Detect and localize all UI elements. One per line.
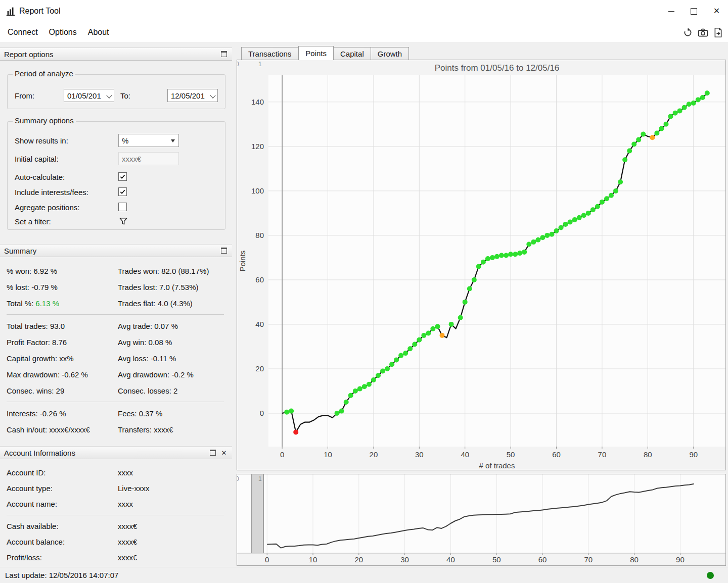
summary-stat: Capital growth: xx%	[7, 350, 74, 366]
svg-text:1: 1	[258, 61, 262, 68]
summary-separator	[7, 314, 224, 315]
svg-text:50: 50	[492, 555, 501, 564]
include-fees-row: Include interests/fees:	[8, 185, 225, 199]
set-filter-row: Set a filter:	[8, 215, 225, 228]
svg-text:10: 10	[324, 450, 332, 459]
account-label: Account balance:	[7, 534, 65, 550]
account-label: Account ID:	[7, 465, 46, 480]
summary-stat: Consec. losses: 2	[118, 382, 177, 399]
account-row: Cash available:xxxx€	[0, 518, 232, 534]
menu-item-connect[interactable]: Connect	[2, 26, 43, 39]
float-panel-button[interactable]	[220, 51, 228, 58]
svg-text:20: 20	[370, 450, 378, 459]
include-fees-checkbox[interactable]	[118, 187, 127, 196]
svg-text:0: 0	[237, 61, 239, 68]
from-label: From:	[15, 91, 34, 100]
nav-region-handle[interactable]	[251, 474, 263, 553]
minimize-button[interactable]	[660, 3, 682, 19]
close-icon: ✕	[713, 7, 720, 15]
summary-title: Summary	[4, 247, 217, 255]
summary-stat: Total trades: 93.0	[7, 318, 65, 334]
account-label: Cash available:	[7, 518, 59, 534]
tab-growth[interactable]: Growth	[371, 47, 409, 60]
summary-stat: Transfers: xxxx€	[118, 421, 173, 438]
svg-text:40: 40	[255, 320, 264, 328]
menu-toolbar	[681, 23, 724, 42]
svg-text:Points from 01/05/16 to 12/05/: Points from 01/05/16 to 12/05/16	[435, 63, 560, 73]
last-update-text: Last update: 12/05/2016 14:07:07	[5, 567, 118, 583]
points-chart[interactable]: 0204060801001201400102030405060708090Poi…	[237, 60, 725, 470]
tab-capital[interactable]: Capital	[334, 47, 371, 60]
tab-points[interactable]: Points	[298, 46, 334, 60]
svg-text:90: 90	[676, 555, 685, 564]
svg-text:# of trades: # of trades	[479, 461, 515, 470]
aggregate-positions-row: Agregate positions:	[8, 201, 225, 214]
menu-item-about[interactable]: About	[82, 26, 115, 39]
period-legend: Period of analyze	[13, 69, 75, 78]
summary-stat: Trades lost: 7.0 (7.53%)	[118, 279, 199, 295]
auto-calculate-label: Auto-calculate:	[15, 173, 65, 181]
to-date-select[interactable]: 12/05/201	[167, 89, 218, 102]
svg-text:80: 80	[644, 450, 652, 459]
chevron-down-icon	[210, 92, 215, 98]
summary-options-legend: Summary options	[13, 116, 76, 125]
svg-text:0: 0	[237, 475, 239, 482]
overview-chart[interactable]: 010203040506070809001	[237, 474, 725, 565]
status-bar: Last update: 12/05/2016 14:07:07	[0, 567, 728, 583]
float-icon	[221, 51, 227, 57]
include-fees-label: Include interests/fees:	[15, 188, 88, 197]
account-value: xxxx	[118, 465, 133, 480]
summary-row: Capital growth: xx%Avg loss: -0.11 %	[0, 350, 232, 366]
account-value: Live-xxxx	[118, 480, 150, 496]
maximize-button[interactable]	[682, 3, 705, 19]
summary-stat: Trades flat: 4.0 (4.3%)	[118, 295, 193, 311]
account-value: xxxx€	[118, 518, 137, 534]
summary-row: Profit Factor: 8.76Avg win: 0.08 %	[0, 334, 232, 350]
summary-accent-value: 6.13 %	[35, 299, 59, 308]
svg-text:60: 60	[552, 450, 561, 459]
account-body: Account ID:xxxxAccount type:Live-xxxxAcc…	[0, 461, 232, 565]
svg-text:1: 1	[258, 475, 262, 482]
checkmark-icon	[119, 188, 126, 195]
tab-transactions[interactable]: Transactions	[241, 47, 298, 60]
summary-stat: Max drawdown: -0.62 %	[7, 366, 88, 382]
svg-text:20: 20	[354, 555, 363, 564]
account-row: Profit/loss:xxxx€	[0, 550, 232, 565]
summary-stat: Consec. wins: 29	[7, 382, 64, 399]
svg-text:80: 80	[255, 231, 264, 239]
float-panel-button[interactable]	[209, 449, 217, 456]
checkmark-icon	[119, 173, 126, 180]
close-panel-button[interactable]: ✕	[220, 449, 228, 456]
filter-button[interactable]	[118, 216, 128, 226]
refresh-button[interactable]	[681, 26, 694, 38]
float-panel-button[interactable]	[220, 247, 228, 254]
svg-text:50: 50	[507, 450, 515, 459]
auto-calculate-checkbox[interactable]	[118, 172, 127, 181]
show-results-select[interactable]: %	[118, 134, 179, 147]
export-button[interactable]	[712, 26, 724, 38]
initial-capital-input[interactable]	[118, 152, 179, 165]
summary-stat: Total %: 6.13 %	[7, 295, 59, 311]
report-tool-window: { "window": { "title": "Report Tool" }, …	[0, 0, 728, 583]
summary-stat: Trades won: 82.0 (88.17%)	[118, 263, 209, 279]
summary-row: % won: 6.92 %Trades won: 82.0 (88.17%)	[0, 263, 232, 279]
svg-text:Points: Points	[238, 251, 247, 272]
svg-text:70: 70	[584, 555, 593, 564]
aggregate-positions-checkbox[interactable]	[118, 203, 127, 211]
camera-button[interactable]	[697, 26, 709, 38]
maximize-icon	[691, 8, 697, 15]
svg-text:120: 120	[251, 142, 264, 151]
initial-capital-label: Initial capital:	[15, 155, 59, 163]
menu-item-options[interactable]: Options	[43, 26, 82, 39]
svg-text:0: 0	[280, 450, 284, 459]
menu-items: ConnectOptionsAbout	[0, 23, 115, 42]
funnel-icon	[119, 217, 128, 226]
close-button[interactable]: ✕	[705, 3, 728, 19]
summary-stat: Profit Factor: 8.76	[7, 334, 67, 350]
to-label: To:	[120, 91, 130, 100]
summary-options-groupbox: Summary options Show results in: % Initi…	[7, 121, 225, 230]
from-date-select[interactable]: 01/05/201	[64, 89, 114, 102]
account-row: Account ID:xxxx	[0, 465, 232, 480]
svg-text:10: 10	[309, 555, 317, 564]
dropdown-arrow-icon	[171, 139, 175, 142]
